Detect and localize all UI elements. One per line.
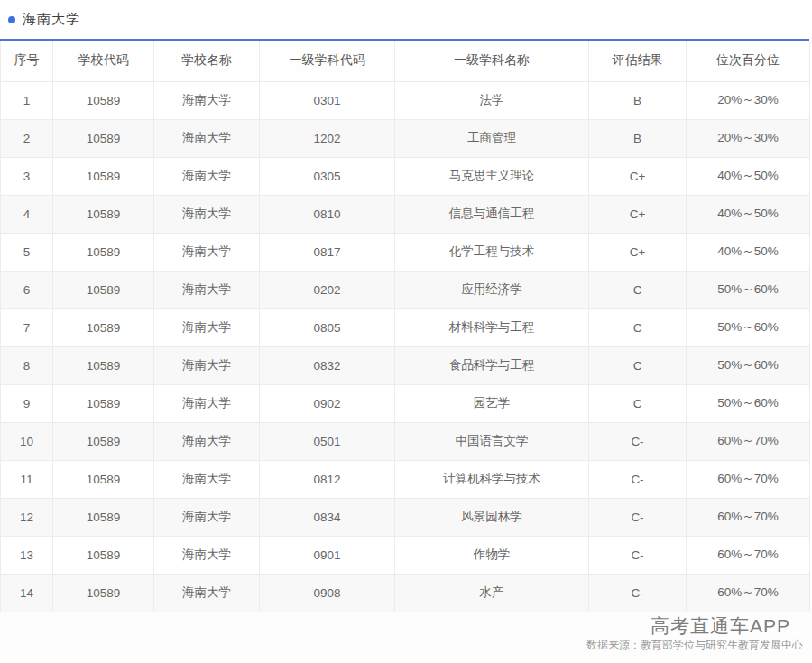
- cell-percentile: 50%～60%: [687, 271, 810, 308]
- cell-subject_name: 计算机科学与技术: [395, 460, 589, 498]
- cell-subject_name: 应用经济学: [395, 271, 589, 308]
- cell-subject_name: 工商管理: [395, 119, 589, 157]
- cell-index: 13: [1, 536, 53, 574]
- cell-result: C-: [589, 574, 687, 612]
- cell-subject_code: 0832: [260, 346, 395, 384]
- cell-result: C+: [589, 233, 687, 271]
- cell-result: C: [589, 384, 687, 422]
- cell-school_code: 10589: [53, 346, 154, 384]
- cell-school_name: 海南大学: [154, 498, 260, 536]
- table-row: 510589海南大学0817化学工程与技术C+40%～50%: [1, 233, 810, 271]
- cell-school_name: 海南大学: [154, 574, 260, 612]
- cell-subject_name: 园艺学: [395, 384, 589, 422]
- table-row: 410589海南大学0810信息与通信工程C+40%～50%: [1, 195, 810, 233]
- cell-index: 7: [1, 308, 53, 346]
- cell-subject_name: 风景园林学: [395, 498, 589, 536]
- cell-index: 9: [1, 384, 53, 422]
- cell-index: 6: [1, 271, 53, 308]
- table-row: 310589海南大学0305马克思主义理论C+40%～50%: [1, 157, 810, 195]
- header-cell-percentile: 位次百分位: [687, 41, 810, 81]
- cell-subject_name: 食品科学与工程: [395, 346, 589, 384]
- table-row: 1010589海南大学0501中国语言文学C-60%～70%: [1, 422, 810, 460]
- subject-evaluation-table: 序号学校代码学校名称一级学科代码一级学科名称评估结果位次百分位 110589海南…: [0, 41, 810, 612]
- table-row: 1310589海南大学0901作物学C-60%～70%: [1, 536, 810, 574]
- cell-result: B: [589, 119, 687, 157]
- cell-school_name: 海南大学: [154, 308, 260, 346]
- cell-subject_code: 0817: [260, 233, 395, 271]
- cell-subject_code: 0501: [260, 422, 395, 460]
- cell-result: C+: [589, 195, 687, 233]
- cell-percentile: 40%～50%: [687, 157, 810, 195]
- cell-school_code: 10589: [53, 157, 154, 195]
- cell-school_name: 海南大学: [154, 384, 260, 422]
- cell-percentile: 50%～60%: [687, 346, 810, 384]
- cell-percentile: 50%～60%: [687, 384, 810, 422]
- cell-subject_code: 0805: [260, 308, 395, 346]
- header-cell-subject_code: 一级学科代码: [260, 41, 395, 81]
- table-row: 210589海南大学1202工商管理B20%～30%: [1, 119, 810, 157]
- cell-subject_name: 水产: [395, 574, 589, 612]
- cell-subject_code: 0901: [260, 536, 395, 574]
- cell-percentile: 60%～70%: [687, 498, 810, 536]
- table-header: 序号学校代码学校名称一级学科代码一级学科名称评估结果位次百分位: [1, 41, 810, 81]
- cell-school_name: 海南大学: [154, 271, 260, 308]
- cell-school_code: 10589: [53, 233, 154, 271]
- table-row: 710589海南大学0805材料科学与工程C50%～60%: [1, 308, 810, 346]
- bullet-dot-icon: [8, 16, 15, 23]
- cell-school_name: 海南大学: [154, 119, 260, 157]
- cell-percentile: 60%～70%: [687, 574, 810, 612]
- cell-school_code: 10589: [53, 460, 154, 498]
- cell-subject_name: 马克思主义理论: [395, 157, 589, 195]
- cell-result: C-: [589, 422, 687, 460]
- cell-school_code: 10589: [53, 81, 154, 119]
- table-row: 1110589海南大学0812计算机科学与技术C-60%～70%: [1, 460, 810, 498]
- cell-school_name: 海南大学: [154, 460, 260, 498]
- cell-school_name: 海南大学: [154, 233, 260, 271]
- cell-index: 11: [1, 460, 53, 498]
- header-cell-school_name: 学校名称: [154, 41, 260, 81]
- cell-result: C: [589, 346, 687, 384]
- cell-school_code: 10589: [53, 195, 154, 233]
- cell-index: 12: [1, 498, 53, 536]
- cell-result: C-: [589, 536, 687, 574]
- cell-subject_code: 0202: [260, 271, 395, 308]
- cell-subject_name: 化学工程与技术: [395, 233, 589, 271]
- cell-school_name: 海南大学: [154, 346, 260, 384]
- cell-result: B: [589, 81, 687, 119]
- table-row: 1410589海南大学0908水产C-60%～70%: [1, 574, 810, 612]
- cell-subject_code: 1202: [260, 119, 395, 157]
- cell-subject_code: 0834: [260, 498, 395, 536]
- cell-result: C-: [589, 498, 687, 536]
- cell-school_name: 海南大学: [154, 195, 260, 233]
- header-cell-subject_name: 一级学科名称: [395, 41, 589, 81]
- page-title: 海南大学: [23, 11, 80, 28]
- table-row: 810589海南大学0832食品科学与工程C50%～60%: [1, 346, 810, 384]
- cell-school_code: 10589: [53, 308, 154, 346]
- cell-school_code: 10589: [53, 384, 154, 422]
- cell-index: 10: [1, 422, 53, 460]
- cell-subject_name: 作物学: [395, 536, 589, 574]
- cell-school_code: 10589: [53, 574, 154, 612]
- cell-school_code: 10589: [53, 536, 154, 574]
- cell-percentile: 20%～30%: [687, 119, 810, 157]
- table-row: 610589海南大学0202应用经济学C50%～60%: [1, 271, 810, 308]
- cell-school_name: 海南大学: [154, 81, 260, 119]
- cell-percentile: 20%～30%: [687, 81, 810, 119]
- cell-result: C: [589, 308, 687, 346]
- cell-subject_code: 0305: [260, 157, 395, 195]
- cell-index: 5: [1, 233, 53, 271]
- cell-school_code: 10589: [53, 422, 154, 460]
- page: 海南大学 序号学校代码学校名称一级学科代码一级学科名称评估结果位次百分位 110…: [0, 0, 812, 663]
- header-cell-school_code: 学校代码: [53, 41, 154, 81]
- table-body: 110589海南大学0301法学B20%～30%210589海南大学1202工商…: [1, 81, 810, 612]
- header-row: 序号学校代码学校名称一级学科代码一级学科名称评估结果位次百分位: [1, 41, 810, 81]
- cell-school_name: 海南大学: [154, 157, 260, 195]
- cell-school_code: 10589: [53, 498, 154, 536]
- cell-subject_code: 0902: [260, 384, 395, 422]
- cell-subject_name: 法学: [395, 81, 589, 119]
- cell-index: 1: [1, 81, 53, 119]
- data-source-text: 数据来源：教育部学位与研究生教育发展中心: [0, 638, 803, 652]
- section-header: 海南大学: [0, 0, 809, 41]
- watermark-text: 高考直通车APP: [0, 614, 790, 638]
- cell-school_name: 海南大学: [154, 536, 260, 574]
